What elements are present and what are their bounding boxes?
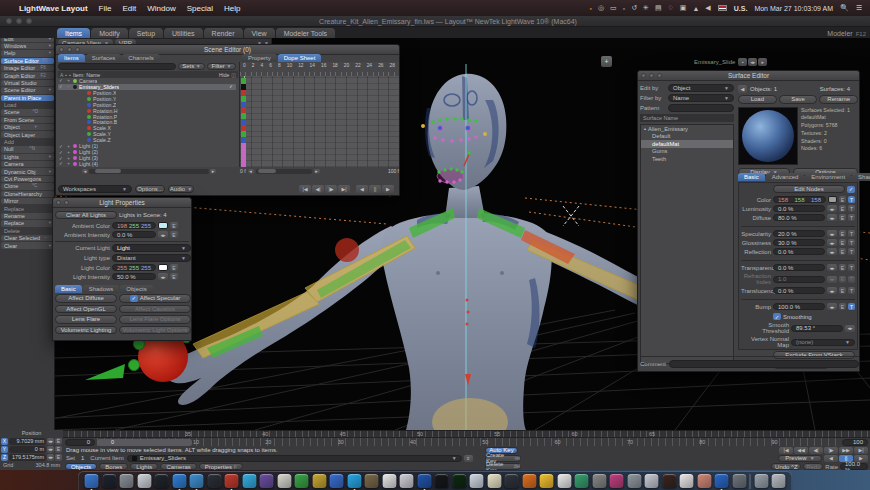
emissary-slider-widget[interactable]: Emissary_Slide ▪ ◂▸ ▸ — [694, 57, 767, 66]
param-field[interactable]: 0.0 % — [773, 287, 825, 294]
slider-handle-button[interactable]: ▪ — [738, 58, 747, 66]
dock-app-icon[interactable] — [382, 474, 396, 488]
sidebar-item[interactable]: Scene Editor ▾ — [1, 87, 54, 93]
playback-button[interactable]: ▶ — [382, 185, 394, 193]
param-envelope-button[interactable]: E — [839, 214, 846, 221]
ambient-color-values[interactable]: 198255255 — [112, 222, 156, 229]
close-window-icon[interactable] — [6, 18, 12, 24]
lens-flare-options-button[interactable]: Lens Flare Options — [119, 315, 191, 324]
param-envelope-button[interactable]: E — [839, 205, 846, 212]
panel-minimize-icon[interactable] — [649, 73, 654, 78]
light-tab-shadows[interactable]: Shadows — [83, 285, 120, 293]
light-color-values[interactable]: 255255255 — [112, 264, 156, 271]
surface-list[interactable]: •Alien_EmissaryDefaultdefaultMatGumsTeet… — [640, 124, 734, 364]
dock-app-icon[interactable] — [575, 474, 589, 488]
main-tab[interactable]: Render — [204, 28, 243, 38]
dock-app-icon[interactable] — [487, 474, 501, 488]
sidebar-item[interactable]: CloneHierarchy — [1, 191, 54, 197]
current-light-dropdown[interactable]: Light▼ — [112, 244, 191, 252]
dock-app-icon[interactable] — [102, 474, 116, 488]
axis-spinner[interactable]: ◂▸ — [47, 438, 54, 445]
item-visibility-check[interactable]: ✓ — [58, 150, 64, 155]
sidebar-item[interactable]: Object + — [1, 124, 54, 130]
dock-app-icon[interactable] — [697, 474, 711, 488]
panel-close-icon[interactable] — [59, 47, 64, 52]
sidebar-item[interactable]: Clear Selected − — [1, 235, 54, 241]
light-properties-panel[interactable]: Light Properties Clear All Lights Lights… — [52, 197, 192, 341]
item-expand-toggle[interactable]: + — [66, 150, 71, 155]
filter-by-dropdown[interactable]: Name▼ — [668, 94, 734, 102]
surface-editor-titlebar[interactable]: Surface Editor — [638, 71, 859, 81]
dock-app-icon[interactable] — [400, 474, 414, 488]
param-spinner[interactable]: ◂▸ — [827, 205, 837, 212]
sidebar-item[interactable]: Camera — [1, 161, 54, 167]
surface-tab-basic[interactable]: Basic — [738, 173, 765, 181]
panel-minimize-icon[interactable] — [64, 200, 69, 205]
dock-app-icon[interactable] — [754, 474, 768, 488]
dock-app-icon[interactable] — [312, 474, 326, 488]
item-lock-button[interactable]: ≡ — [464, 455, 473, 462]
param-envelope-button[interactable]: E — [839, 303, 846, 310]
param-spinner[interactable]: ◂▸ — [827, 287, 837, 294]
dock-app-icon[interactable] — [662, 474, 676, 488]
light-color-swatch[interactable] — [158, 264, 168, 271]
menubar-status-icon[interactable]: ▤ — [655, 4, 662, 12]
axis-envelope-button[interactable]: E — [55, 446, 62, 453]
smoothing-checkbox[interactable]: ✓ — [773, 313, 781, 320]
dock-app-icon[interactable] — [452, 474, 466, 488]
main-tab[interactable]: Setup — [129, 28, 163, 38]
volumetric-lighting-button[interactable]: Volumetric Lighting — [55, 326, 117, 335]
light-tab-basic[interactable]: Basic — [55, 285, 82, 293]
affect-caustics-button[interactable]: Affect Caustics — [119, 305, 191, 314]
comment-input[interactable] — [669, 360, 859, 368]
param-field[interactable]: 0.0 % — [773, 264, 825, 271]
undo-button[interactable]: Undo ^Z — [771, 463, 801, 470]
dock-app-icon[interactable] — [435, 474, 449, 488]
param-spinner[interactable]: ◂▸ — [827, 264, 837, 271]
main-tab[interactable]: Modify — [91, 28, 128, 38]
ambient-color-swatch[interactable] — [158, 222, 168, 229]
item-expand-toggle[interactable]: − — [66, 84, 71, 89]
surface-tab-advanced[interactable]: Advanced — [766, 173, 805, 181]
item-visibility-check[interactable]: ✓ — [58, 161, 64, 166]
dock-app-icon[interactable] — [540, 474, 554, 488]
menu-window[interactable]: Window — [147, 4, 175, 13]
item-visibility-check[interactable]: ✓ — [58, 84, 64, 89]
dock-app-icon[interactable] — [522, 474, 536, 488]
menubar-status-icon[interactable]: ◀ — [705, 4, 710, 12]
redo-button[interactable]: Redo — [803, 463, 823, 470]
audio-dropdown[interactable]: Audio▼ — [168, 185, 194, 193]
light-intensity-field[interactable]: 50.0 % — [112, 273, 156, 280]
menubar-status-icon[interactable]: ↺ — [631, 4, 637, 12]
axis-value-field[interactable]: 0 m — [9, 446, 46, 453]
menubar-clock[interactable]: Mon Mar 27 10:03:09 AM — [754, 5, 833, 12]
scene-tab-surfaces[interactable]: Surfaces — [86, 54, 122, 62]
axis-value-field[interactable]: 179.5175mm — [9, 454, 46, 461]
dock-app-icon[interactable] — [85, 474, 99, 488]
delete-key-button[interactable]: Delete Keydel — [485, 463, 521, 470]
dock-app-icon[interactable] — [715, 474, 729, 488]
dock-app-icon[interactable] — [772, 474, 786, 488]
light-color-envelope-button[interactable]: E — [170, 264, 178, 271]
param-texture-button[interactable]: T — [848, 276, 855, 283]
panel-zoom-icon[interactable] — [657, 73, 662, 78]
param-envelope-button[interactable]: E — [839, 264, 846, 271]
sidebar-item[interactable]: Parent in Place — [1, 95, 54, 101]
edit-nodes-button[interactable]: Edit Nodes — [773, 185, 845, 193]
menu-edit[interactable]: Edit — [122, 4, 136, 13]
surface-list-item[interactable]: defaultMat — [641, 140, 733, 148]
sidebar-item[interactable]: Scene ^O — [1, 109, 54, 115]
panel-close-icon[interactable] — [56, 200, 61, 205]
param-texture-button[interactable]: T — [848, 287, 855, 294]
item-expand-toggle[interactable]: + — [66, 156, 71, 161]
sidebar-item[interactable]: Object Layer — [1, 131, 54, 137]
edit-nodes-checkbox[interactable]: ✓ — [847, 186, 855, 193]
light-intensity-envelope-button[interactable]: E — [170, 273, 178, 280]
surface-preview[interactable] — [738, 107, 798, 165]
sidebar-item[interactable]: Clone ^C — [1, 183, 54, 189]
panel-minimize-icon[interactable] — [67, 47, 72, 52]
affect-opengl-button[interactable]: Affect OpenGL — [55, 305, 117, 314]
current-frame-field[interactable]: 0 — [65, 439, 95, 446]
dock-app-icon[interactable] — [137, 474, 151, 488]
param-field[interactable]: 0.0 % — [773, 205, 825, 212]
